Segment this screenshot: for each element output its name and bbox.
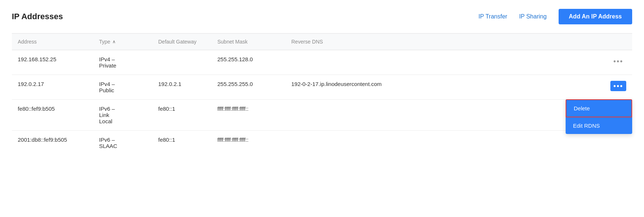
cell-rdns (285, 50, 411, 75)
cell-actions (411, 131, 632, 155)
row-actions-button[interactable]: ••• (610, 81, 626, 91)
cell-type: IPv6 – SLAAC (93, 131, 152, 155)
cell-actions: ••• (411, 50, 632, 75)
cell-address: 192.0.2.17 (12, 75, 93, 100)
ip-sharing-button[interactable]: IP Sharing (519, 13, 546, 20)
cell-rdns (285, 100, 411, 131)
table-row: 192.168.152.25IPv4 – Private255.255.128.… (12, 50, 632, 75)
row-actions-button[interactable]: ••• (610, 56, 626, 66)
col-header-type: Type ∧ (93, 34, 152, 50)
cell-subnet: ffff:ffff:ffff:ffff:: (211, 100, 285, 131)
col-header-address: Address (12, 34, 93, 50)
col-header-subnet: Subnet Mask (211, 34, 285, 50)
cell-address: 192.168.152.25 (12, 50, 93, 75)
header-actions: IP Transfer IP Sharing Add An IP Address (478, 9, 632, 24)
ip-transfer-button[interactable]: IP Transfer (478, 13, 507, 20)
ip-addresses-table: Address Type ∧ Default Gateway Subnet Ma… (12, 33, 632, 155)
cell-type: IPv6 – Link Local (93, 100, 152, 131)
table-row: fe80::fef9:b505IPv6 – Link Localfe80::1f… (12, 100, 632, 131)
add-ip-address-button[interactable]: Add An IP Address (559, 9, 632, 24)
cell-subnet: ffff:ffff:ffff:ffff:: (211, 131, 285, 155)
table-row: 192.0.2.17IPv4 – Public192.0.2.1255.255.… (12, 75, 632, 100)
sort-icon: ∧ (112, 39, 116, 44)
cell-rdns: 192-0-2-17.ip.linodeusercontent.com (285, 75, 411, 100)
cell-address: 2001:db8::fef9:b505 (12, 131, 93, 155)
cell-gateway: fe80::1 (152, 131, 211, 155)
col-header-gateway: Default Gateway (152, 34, 211, 50)
table-header: Address Type ∧ Default Gateway Subnet Ma… (12, 34, 632, 50)
cell-gateway (152, 50, 211, 75)
page-title: IP Addresses (12, 12, 63, 21)
table-row: 2001:db8::fef9:b505IPv6 – SLAACfe80::1ff… (12, 131, 632, 155)
cell-rdns (285, 131, 411, 155)
cell-address: fe80::fef9:b505 (12, 100, 93, 131)
delete-button[interactable]: Delete (566, 99, 632, 117)
page-container: IP Addresses IP Transfer IP Sharing Add … (0, 0, 644, 217)
actions-dropdown: DeleteEdit RDNS (566, 99, 632, 134)
cell-gateway: 192.0.2.1 (152, 75, 211, 100)
page-header: IP Addresses IP Transfer IP Sharing Add … (12, 9, 632, 24)
col-header-rdns: Reverse DNS (285, 34, 411, 50)
cell-gateway: fe80::1 (152, 100, 211, 131)
cell-subnet: 255.255.128.0 (211, 50, 285, 75)
cell-actions: •••DeleteEdit RDNS (411, 75, 632, 100)
cell-subnet: 255.255.255.0 (211, 75, 285, 100)
edit-rdns-button[interactable]: Edit RDNS (566, 117, 632, 134)
cell-type: IPv4 – Public (93, 75, 152, 100)
col-header-actions (411, 34, 632, 50)
table-body: 192.168.152.25IPv4 – Private255.255.128.… (12, 50, 632, 155)
cell-type: IPv4 – Private (93, 50, 152, 75)
